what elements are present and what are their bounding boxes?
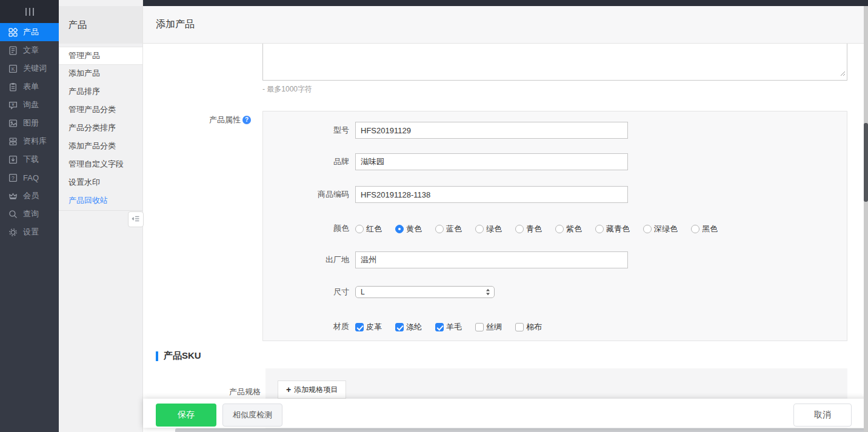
sidebar-item-label: 查询 bbox=[23, 208, 39, 219]
sidebar-item-products[interactable]: 产品 bbox=[0, 23, 59, 41]
checkbox-label: 涤纶 bbox=[406, 322, 422, 333]
radio-label: 藏青色 bbox=[606, 224, 630, 234]
sidebar-item-search[interactable]: 查询 bbox=[0, 205, 59, 223]
model-input[interactable] bbox=[355, 122, 628, 139]
footer-action-bar: 保存 相似度检测 取消 bbox=[143, 399, 868, 428]
sidebar-item-library[interactable]: 资料库 bbox=[0, 132, 59, 150]
radio-label: 黑色 bbox=[702, 224, 718, 234]
svg-text:?: ? bbox=[12, 174, 15, 181]
description-textarea[interactable] bbox=[262, 44, 847, 81]
sidebar-item-gallery[interactable]: 图册 bbox=[0, 114, 59, 132]
sku-section-title: 产品SKU bbox=[164, 350, 201, 362]
checkbox-icon bbox=[355, 323, 364, 331]
settings-icon bbox=[8, 228, 18, 237]
sidebar-item-label: 图册 bbox=[23, 118, 39, 128]
sidebar-item-label: 产品 bbox=[23, 27, 39, 38]
size-selected-value: L bbox=[361, 288, 365, 296]
add-spec-button[interactable]: 添加规格项目 bbox=[278, 380, 346, 399]
submenu-item-manage-categories[interactable]: 管理产品分类 bbox=[59, 101, 142, 119]
sku-section-header: 产品SKU bbox=[156, 350, 201, 362]
checkbox-material-3[interactable]: 丝绸 bbox=[475, 322, 502, 333]
checkbox-material-4[interactable]: 棉布 bbox=[515, 322, 542, 333]
field-label: 颜色 bbox=[263, 224, 349, 233]
checkbox-icon bbox=[435, 323, 444, 331]
radio-circle-icon bbox=[515, 225, 524, 233]
field-label: 商品编码 bbox=[263, 186, 349, 203]
submenu-title: 产品 bbox=[59, 6, 142, 44]
sidebar-item-settings[interactable]: 设置 bbox=[0, 223, 59, 241]
radio-label: 紫色 bbox=[566, 224, 582, 234]
field-label: 尺寸 bbox=[263, 286, 349, 298]
submenu-item-manage-products[interactable]: 管理产品 bbox=[59, 47, 142, 65]
sidebar-item-faq[interactable]: ?FAQ bbox=[0, 168, 59, 187]
product-code-input[interactable] bbox=[355, 186, 628, 203]
radio-label: 黄色 bbox=[406, 224, 422, 234]
brand-input[interactable] bbox=[355, 153, 628, 170]
similarity-check-button[interactable]: 相似度检测 bbox=[222, 404, 282, 427]
add-spec-label: 添加规格项目 bbox=[294, 385, 338, 395]
radio-label: 蓝色 bbox=[446, 224, 462, 234]
submenu-item-add-category[interactable]: 添加产品分类 bbox=[59, 138, 142, 156]
cancel-button[interactable]: 取消 bbox=[793, 404, 852, 427]
sidebar-collapse-button[interactable] bbox=[0, 0, 59, 23]
radio-color-0[interactable]: 红色 bbox=[355, 224, 382, 234]
horizontal-scrollbar[interactable] bbox=[175, 428, 868, 432]
submenu-item-watermark[interactable]: 设置水印 bbox=[59, 174, 142, 192]
checkbox-material-0[interactable]: 皮革 bbox=[355, 322, 382, 333]
radio-circle-icon bbox=[355, 225, 364, 233]
radio-color-8[interactable]: 黑色 bbox=[691, 224, 718, 234]
faq-icon: ? bbox=[8, 173, 18, 182]
radio-color-7[interactable]: 深绿色 bbox=[643, 224, 678, 234]
sidebar-item-label: FAQ bbox=[23, 173, 39, 182]
vertical-scrollbar-track[interactable] bbox=[864, 6, 868, 432]
checkbox-material-1[interactable]: 涤纶 bbox=[395, 322, 422, 333]
radio-color-2[interactable]: 蓝色 bbox=[435, 224, 462, 234]
sidebar-item-forms[interactable]: 表单 bbox=[0, 78, 59, 96]
sidebar-item-label: 下载 bbox=[23, 154, 39, 165]
article-icon bbox=[8, 46, 18, 55]
checkbox-material-2[interactable]: 羊毛 bbox=[435, 322, 462, 333]
field-control bbox=[355, 153, 628, 170]
gallery-icon bbox=[8, 119, 18, 128]
keyword-icon: K bbox=[8, 64, 18, 73]
sidebar-item-articles[interactable]: 文章 bbox=[0, 41, 59, 59]
radio-color-6[interactable]: 藏青色 bbox=[595, 224, 630, 234]
submenu-item-category-sort[interactable]: 产品分类排序 bbox=[59, 119, 142, 138]
search-icon bbox=[8, 210, 18, 219]
field-control bbox=[355, 251, 628, 268]
radio-color-4[interactable]: 青色 bbox=[515, 224, 542, 234]
submenu-item-add-product[interactable]: 添加产品 bbox=[59, 65, 142, 83]
resize-handle-icon[interactable] bbox=[840, 68, 846, 79]
save-button[interactable]: 保存 bbox=[156, 404, 216, 427]
radio-color-1[interactable]: 黄色 bbox=[395, 224, 422, 234]
origin-input[interactable] bbox=[355, 251, 628, 268]
attributes-label-text: 产品属性 bbox=[209, 115, 241, 125]
sidebar-item-members[interactable]: 会员 bbox=[0, 187, 59, 205]
field-control: 皮革涤纶羊毛丝绸棉布 bbox=[355, 322, 555, 334]
submenu-item-product-sort[interactable]: 产品排序 bbox=[59, 83, 142, 101]
radio-color-5[interactable]: 紫色 bbox=[555, 224, 582, 234]
submenu-item-recycle-bin[interactable]: 产品回收站 bbox=[59, 192, 142, 210]
radio-color-3[interactable]: 绿色 bbox=[475, 224, 502, 234]
sidebar-item-inquiries[interactable]: ¥询盘 bbox=[0, 96, 59, 114]
field-control: 红色黄色蓝色绿色青色紫色藏青色深绿色黑色 bbox=[355, 224, 731, 236]
checkbox-icon bbox=[475, 323, 484, 331]
size-select[interactable]: L bbox=[355, 286, 495, 298]
sidebar-item-download[interactable]: 下载 bbox=[0, 150, 59, 168]
form-icon bbox=[8, 82, 18, 91]
field-control bbox=[355, 122, 628, 139]
main-area: 添加产品 - 最多1000字符 产品属性 型号品牌商品编码颜色红色黄色蓝色绿色青… bbox=[143, 0, 868, 432]
vertical-scrollbar-thumb[interactable] bbox=[864, 123, 868, 202]
radio-circle-icon bbox=[435, 225, 444, 233]
checkbox-label: 皮革 bbox=[366, 322, 382, 333]
spec-label: 产品规格 bbox=[200, 387, 261, 397]
attributes-panel: 型号品牌商品编码颜色红色黄色蓝色绿色青色紫色藏青色深绿色黑色出厂地尺寸L材质皮革… bbox=[262, 111, 847, 341]
checkbox-icon bbox=[515, 323, 524, 331]
submenu-collapse-button[interactable] bbox=[128, 211, 144, 227]
checkbox-label: 棉布 bbox=[526, 322, 542, 333]
sidebar-item-label: 会员 bbox=[23, 190, 39, 201]
question-icon[interactable] bbox=[242, 116, 251, 124]
field-label: 出厂地 bbox=[263, 251, 349, 268]
sidebar-item-keywords[interactable]: K关键词 bbox=[0, 59, 59, 78]
submenu-item-custom-fields[interactable]: 管理自定义字段 bbox=[59, 156, 142, 174]
